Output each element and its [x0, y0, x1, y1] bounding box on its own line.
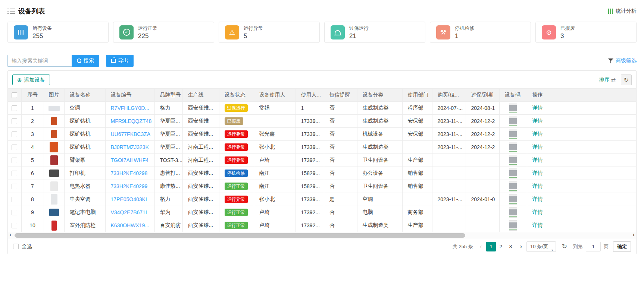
stats-analysis-link[interactable]: 统计分析	[608, 8, 637, 15]
device-code-link[interactable]: K630OHWX19...	[111, 222, 150, 228]
footer-refresh-icon[interactable]: ↻	[562, 243, 567, 250]
device-qrcode[interactable]	[509, 142, 517, 152]
column-header-purchase: 购买/租...	[432, 89, 466, 102]
device-thumbnail[interactable]	[50, 155, 58, 165]
row-index: 5	[21, 154, 44, 167]
row-checkbox[interactable]	[12, 132, 17, 137]
detail-link[interactable]: 详情	[532, 144, 543, 150]
device-qrcode[interactable]	[509, 220, 517, 231]
device-code-link[interactable]: UU677FKBC3ZA	[111, 131, 151, 137]
device-qrcode[interactable]	[509, 168, 517, 178]
sort-button[interactable]: 排序 ⇄	[599, 77, 616, 83]
device-user: 南江	[254, 180, 296, 193]
page-size-select[interactable]: 10 条/页 ▼	[526, 241, 556, 252]
device-qrcode[interactable]	[509, 103, 517, 113]
row-checkbox[interactable]	[12, 158, 17, 163]
device-code-link[interactable]: 733H2KE40299	[111, 183, 148, 189]
stat-card[interactable]: ⚠运行异常5	[219, 22, 320, 43]
device-thumbnail[interactable]	[51, 117, 57, 125]
detail-link[interactable]: 详情	[532, 170, 543, 176]
detail-link[interactable]: 详情	[532, 222, 543, 228]
device-qrcode[interactable]	[509, 181, 517, 191]
export-button[interactable]: 导出	[106, 55, 134, 67]
device-thumbnail[interactable]	[49, 106, 60, 111]
page-button-1[interactable]: 1	[486, 242, 496, 251]
device-qrcode[interactable]	[509, 194, 517, 205]
column-header-sms: 短信提醒	[324, 89, 357, 102]
search-input[interactable]	[7, 55, 72, 67]
page-button-2[interactable]: 2	[496, 242, 506, 251]
device-name: 空调	[64, 102, 105, 115]
stat-label: 过保运行	[349, 25, 369, 32]
row-checkbox[interactable]	[12, 145, 17, 150]
stat-card[interactable]: ✓运行正常225	[113, 22, 214, 43]
device-code-link[interactable]: V34Q2E7B671L	[111, 209, 149, 215]
detail-link[interactable]: 详情	[532, 105, 543, 111]
next-page-button[interactable]: ›	[518, 243, 523, 250]
device-code-link[interactable]: 733H2KE40298	[111, 170, 148, 176]
status-badge: 运行正常	[225, 183, 248, 190]
device-code-link[interactable]: MFR9LEQQZT48	[111, 118, 152, 124]
use-department: 程序部	[402, 102, 432, 115]
device-code-link[interactable]: TGOI7AILWHF4	[111, 157, 149, 163]
device-thumbnail[interactable]	[51, 130, 57, 138]
device-table: 序号 图片 设备名称 设备编号 品牌型号 生产线 设备状态 设备使用人 使用人.…	[8, 88, 636, 232]
expire-date: 2024-08-1	[466, 102, 499, 115]
device-qrcode[interactable]	[509, 207, 517, 218]
device-code-link[interactable]: 17PE05O403KL	[111, 196, 149, 202]
detail-link[interactable]: 详情	[532, 157, 543, 163]
page-button-3[interactable]: 3	[506, 242, 515, 251]
device-qrcode[interactable]	[509, 116, 517, 126]
device-thumbnail[interactable]	[51, 221, 57, 231]
prev-page-button[interactable]: ‹	[478, 243, 484, 250]
device-user: 张小北	[254, 193, 296, 206]
device-thumbnail[interactable]	[51, 194, 57, 205]
device-thumbnail[interactable]	[49, 170, 59, 177]
detail-link[interactable]: 详情	[532, 131, 543, 137]
select-all-checkbox[interactable]	[13, 244, 19, 249]
row-checkbox[interactable]	[12, 223, 17, 228]
device-code-link[interactable]: BJ0RTMZJ323K	[111, 144, 149, 150]
status-badge: 运行异常	[225, 196, 248, 203]
stat-card[interactable]: 所有设备255	[7, 22, 109, 43]
purchase-date	[432, 167, 466, 180]
row-checkbox[interactable]	[12, 210, 17, 215]
user-phone: 15829...	[296, 180, 324, 193]
row-checkbox[interactable]	[12, 171, 17, 176]
use-department: 生产部	[402, 154, 432, 167]
device-category: 生成制造类	[357, 102, 402, 115]
add-device-button[interactable]: ⊕ 添加设备	[12, 75, 50, 85]
refresh-button[interactable]: ↻	[621, 75, 632, 85]
detail-link[interactable]: 详情	[532, 118, 543, 124]
device-thumbnail[interactable]	[50, 142, 58, 152]
stat-card[interactable]: ⊘已报废3	[535, 22, 637, 43]
row-checkbox[interactable]	[12, 197, 17, 202]
advanced-filter-link[interactable]: 高级筛选	[608, 57, 637, 64]
scroll-left-arrow[interactable]: ‹	[9, 231, 12, 238]
device-thumbnail[interactable]	[50, 181, 58, 191]
device-code-link[interactable]: R7VFHLGY0D...	[111, 105, 149, 111]
stat-card[interactable]: ⚒停机检修1	[430, 22, 531, 43]
detail-link[interactable]: 详情	[532, 183, 543, 189]
row-checkbox[interactable]	[12, 184, 17, 189]
expire-date: 2024-12-2	[466, 141, 499, 154]
production-line: 河南工程...	[182, 141, 219, 154]
device-qrcode[interactable]	[509, 129, 517, 139]
detail-link[interactable]: 详情	[532, 196, 543, 202]
device-name: 臂架泵	[64, 154, 105, 167]
column-header-category: 设备分类	[357, 89, 402, 102]
table-row: 3 探矿钻机 UU677FKBC3ZA 华夏巨... 西安雀维... 运行异常 …	[8, 128, 636, 141]
detail-link[interactable]: 详情	[532, 209, 543, 215]
confirm-button[interactable]: 确定	[613, 241, 631, 252]
stat-card[interactable]: 过保运行21	[324, 22, 425, 43]
row-checkbox[interactable]	[12, 118, 17, 124]
scroll-right-arrow[interactable]: ›	[632, 231, 635, 238]
search-button[interactable]: 搜索	[72, 55, 99, 67]
device-qrcode[interactable]	[509, 155, 517, 165]
stat-label: 停机检修	[455, 25, 474, 32]
select-all-header-checkbox[interactable]	[12, 92, 17, 98]
row-checkbox[interactable]	[12, 105, 17, 111]
horizontal-scrollbar-thumb[interactable]	[15, 233, 465, 238]
goto-page-input[interactable]	[586, 242, 601, 251]
device-thumbnail[interactable]	[49, 209, 59, 216]
